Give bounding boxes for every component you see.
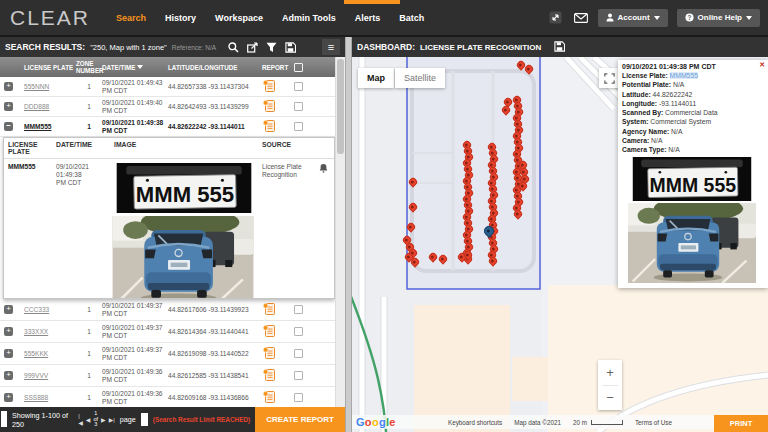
messages-envelope-icon[interactable] (573, 11, 589, 24)
nav-item-workspace[interactable]: Workspace (215, 13, 263, 23)
select-all-checkbox[interactable] (294, 63, 303, 72)
info-vehicle-image[interactable] (622, 203, 762, 283)
report-icon[interactable] (262, 119, 276, 133)
row-checkbox[interactable] (294, 349, 303, 358)
fullscreen-button[interactable] (599, 68, 619, 88)
detail-col-image: IMAGE (114, 141, 262, 155)
alert-bell-icon[interactable] (319, 163, 328, 299)
row-plate-link[interactable]: 999VVV (20, 372, 76, 379)
nav-item-search[interactable]: Search (116, 13, 146, 23)
row-expander[interactable]: + (4, 371, 13, 380)
zoom-out-button[interactable]: − (598, 386, 622, 411)
col-latlong[interactable]: LATITUDE/LONGITUDE (168, 64, 262, 71)
row-checkbox[interactable] (294, 122, 303, 131)
save-search-icon[interactable] (285, 42, 296, 53)
map-canvas[interactable]: Map Satellite ✕ 09/10/2021 01:49:38 PM C… (352, 57, 768, 432)
row-expander[interactable]: − (4, 122, 13, 131)
save-dashboard-icon[interactable] (554, 41, 565, 52)
search-results-title: SEARCH RESULTS: (5, 42, 85, 52)
last-page-button[interactable]: ▶| (109, 416, 115, 423)
detail-col-datetime: DATE/TIME (56, 141, 114, 155)
row-expander[interactable]: + (4, 305, 13, 314)
prev-page-button[interactable]: ◀ (86, 416, 91, 423)
keyboard-shortcuts-link[interactable]: Keyboard shortcuts (448, 419, 502, 426)
expand-window-icon[interactable] (548, 11, 564, 24)
nav-item-batch[interactable]: Batch (399, 13, 424, 23)
row-checkbox[interactable] (294, 102, 303, 111)
close-icon[interactable]: ✕ (759, 61, 765, 69)
info-field-value[interactable]: MMM555 (670, 72, 698, 79)
row-plate-link[interactable]: SSS888 (20, 394, 76, 401)
report-icon[interactable] (262, 324, 276, 338)
row-plate-link[interactable]: DDD888 (20, 103, 76, 110)
search-icon[interactable] (228, 42, 239, 53)
row-plate-link[interactable]: 555NNN (20, 83, 76, 90)
table-row[interactable]: + SSS888 1 09/10/2021 01:49:36PM CDT 44.… (0, 387, 345, 407)
nav-item-alerts[interactable]: Alerts (355, 13, 381, 23)
scrollbar-thumb[interactable] (337, 59, 344, 154)
create-report-button[interactable]: CREATE REPORT (255, 407, 345, 432)
panel-divider[interactable] (345, 37, 352, 432)
row-latlong: 44.82619098 -93.11440522 (168, 350, 262, 357)
row-checkbox[interactable] (294, 305, 303, 314)
account-label: Account (618, 13, 650, 22)
satellite-button[interactable]: Satellite (395, 68, 445, 88)
report-icon[interactable] (262, 302, 276, 316)
account-button[interactable]: Account (598, 9, 668, 27)
row-checkbox[interactable] (294, 393, 303, 402)
table-row[interactable]: + DDD888 1 09/10/2021 01:49:40PM CDT 44.… (0, 97, 345, 117)
table-row[interactable]: − MMM555 1 09/10/2021 01:49:38PM CDT 44.… (0, 117, 345, 137)
detail-plate-value[interactable]: MMM555 (8, 163, 56, 299)
row-expander[interactable]: + (4, 102, 13, 111)
report-icon[interactable] (262, 79, 276, 93)
map-button[interactable]: Map (358, 68, 394, 88)
row-plate-link[interactable]: CCC333 (20, 306, 76, 313)
print-button[interactable]: PRINT (714, 415, 768, 432)
nav-item-history[interactable]: History (165, 13, 196, 23)
detail-col-plate: LICENSE PLATE (8, 141, 56, 155)
row-checkbox[interactable] (294, 327, 303, 336)
app-window: CLEAR SearchHistoryWorkspaceAdmin ToolsA… (0, 0, 768, 432)
row-datetime: 09/10/2021 01:49:36PM CDT (102, 390, 168, 406)
row-checkbox[interactable] (294, 371, 303, 380)
report-icon[interactable] (262, 368, 276, 382)
row-checkbox[interactable] (294, 82, 303, 91)
first-page-button[interactable]: |◀ (78, 413, 83, 426)
report-icon[interactable] (262, 346, 276, 360)
info-plate-image[interactable] (622, 157, 762, 201)
col-report[interactable]: REPORT (262, 64, 294, 71)
table-row[interactable]: + 555KKK 1 09/10/2021 01:49:37PM CDT 44.… (0, 343, 345, 365)
table-row[interactable]: + 333XXX 1 09/10/2021 01:49:37PM CDT 44.… (0, 321, 345, 343)
table-row[interactable]: + 555NNN 1 09/10/2021 01:49:43PM CDT 44.… (0, 77, 345, 97)
plate-image[interactable] (114, 163, 254, 213)
row-expander[interactable]: + (4, 327, 13, 336)
next-page-button[interactable]: ▶ (101, 416, 106, 423)
edit-search-icon[interactable] (247, 42, 258, 53)
row-plate-link[interactable]: MMM555 (20, 123, 76, 130)
row-latlong: 44.82609168 -93.11436866 (168, 394, 262, 401)
online-help-button[interactable]: ? Online Help (677, 9, 760, 27)
page-input[interactable] (141, 413, 148, 426)
col-datetime[interactable]: DATE/TIME (102, 64, 168, 71)
table-row[interactable]: + 999VVV 1 09/10/2021 01:49:36PM CDT 44.… (0, 365, 345, 387)
filter-icon[interactable] (266, 42, 277, 53)
vehicle-image[interactable] (109, 216, 257, 299)
report-icon[interactable] (262, 99, 276, 113)
results-scrollbar[interactable] (335, 57, 345, 407)
table-row[interactable]: + CCC333 1 09/10/2021 01:49:37PM CDT 44.… (0, 299, 345, 321)
panel-menu-icon[interactable]: ≡ (322, 39, 340, 55)
row-expander[interactable]: + (4, 393, 13, 402)
fullscreen-icon (604, 73, 615, 84)
row-plate-link[interactable]: 333XXX (20, 328, 76, 335)
terms-of-use-link[interactable]: Terms of Use (635, 419, 672, 426)
row-expander[interactable]: + (4, 82, 13, 91)
row-plate-link[interactable]: 555KKK (20, 350, 76, 357)
info-field-label: Potential Plate: (622, 81, 671, 88)
col-zone-number[interactable]: ZONE NUMBER (76, 60, 102, 74)
col-license-plate[interactable]: LICENSE PLATE (20, 64, 76, 71)
showing-count: Showing 1-100 of 250 (12, 411, 73, 429)
row-expander[interactable]: + (4, 349, 13, 358)
nav-item-admin-tools[interactable]: Admin Tools (282, 13, 336, 23)
report-icon[interactable] (262, 390, 276, 404)
zoom-in-button[interactable]: + (598, 360, 622, 385)
